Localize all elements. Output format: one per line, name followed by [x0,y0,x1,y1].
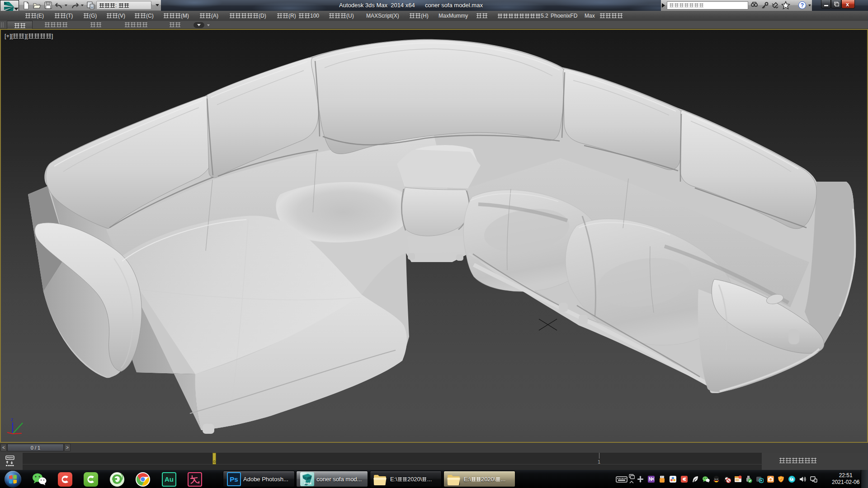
svg-text:z: z [11,417,13,422]
svg-text:N: N [649,477,652,482]
